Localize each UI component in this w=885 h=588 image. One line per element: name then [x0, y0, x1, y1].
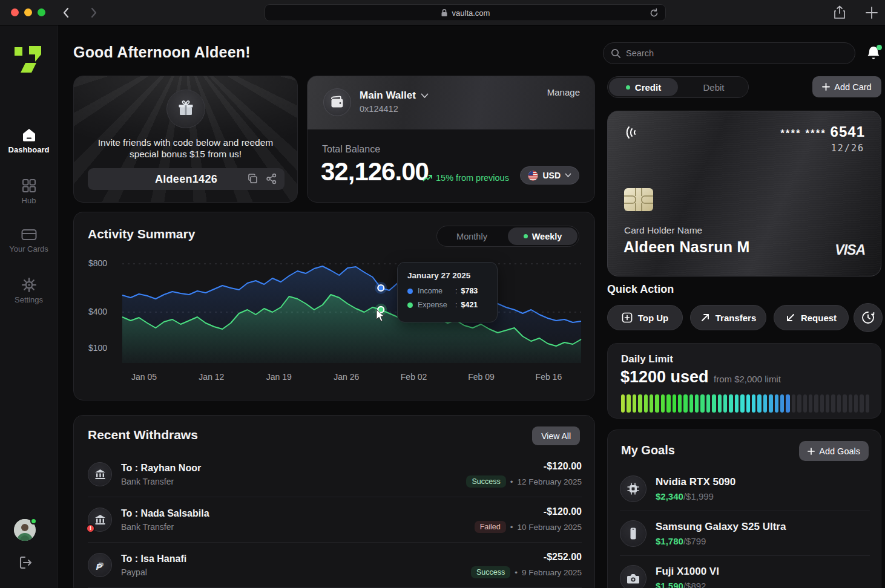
add-card-button[interactable]: Add Card: [812, 76, 881, 97]
trend-up-icon: [423, 174, 433, 182]
bank-icon-circle: !: [88, 508, 112, 532]
withdraw-row[interactable]: ! To : Nada Salsabila Bank Transfer -$12…: [88, 497, 582, 543]
monthly-tab[interactable]: Monthly: [437, 226, 507, 246]
address-bar[interactable]: vaulta.com: [265, 4, 666, 21]
withdraw-date: 9 February 2025: [522, 568, 582, 577]
goal-target: /$1,999: [683, 491, 714, 501]
camera-icon-circle: [620, 565, 646, 588]
credit-card-visual[interactable]: **** **** 6541 12/26 Card Holder Name Al…: [607, 111, 881, 276]
currency-select[interactable]: USD: [520, 166, 579, 185]
limit-segment: [695, 394, 699, 413]
history-button[interactable]: [854, 303, 883, 332]
sidebar-item-hub[interactable]: Hub: [0, 178, 58, 205]
sidebar-item-your-cards[interactable]: Your Cards: [0, 227, 58, 253]
minimize-window-button[interactable]: [24, 8, 32, 16]
limit-segment: [740, 394, 744, 413]
sidebar-item-label: Hub: [0, 196, 58, 205]
daily-limit-card: Daily Limit $1200 used from $2,000 limit: [607, 343, 881, 419]
paypal-icon-circle: PP: [88, 553, 112, 577]
search-icon: [611, 48, 621, 59]
svg-text:P: P: [96, 561, 102, 570]
arrow-up-right-icon: [700, 313, 710, 322]
activity-summary-card: Activity Summary Monthly Weekly January …: [73, 212, 595, 400]
x-axis-label: Jan 26: [334, 372, 359, 382]
limit-segment: [718, 394, 722, 413]
recent-withdraws-card: Recent Withdraws View All To : Rayhan No…: [73, 415, 595, 588]
gift-icon-circle: [166, 90, 205, 128]
reload-icon[interactable]: [649, 8, 659, 18]
request-label: Request: [801, 313, 837, 323]
wallet-icon-circle: [323, 88, 351, 116]
zoom-window-button[interactable]: [38, 8, 45, 16]
period-toggle: Monthly Weekly: [436, 226, 579, 247]
limit-segment: [735, 394, 739, 413]
wallet-name-select[interactable]: Main Wallet: [360, 90, 429, 102]
limit-segment: [689, 394, 693, 413]
withdraw-name: To : Isa Hanafi: [121, 554, 186, 564]
withdraw-row[interactable]: To : Rayhan Noor Bank Transfer -$120.00 …: [88, 452, 582, 497]
copy-icon[interactable]: [247, 173, 258, 185]
goal-row[interactable]: Fuji X1000 VI $1,590/$892: [620, 556, 870, 588]
limit-segment: [752, 394, 755, 413]
limit-segment: [666, 394, 670, 413]
withdraw-row[interactable]: PP To : Isa Hanafi Paypal -$252.00 Succe…: [88, 543, 582, 588]
goal-name: Samsung Galaxy S25 Ultra: [656, 521, 786, 533]
new-tab-icon[interactable]: [864, 5, 879, 21]
add-card-label: Add Card: [834, 82, 871, 92]
goal-saved: $2,340: [656, 491, 683, 501]
debit-tab[interactable]: Debit: [679, 77, 748, 97]
limit-segment: [712, 394, 716, 413]
invite-line2: special bonus $15 from us!: [74, 148, 297, 160]
currency-code: USD: [542, 171, 561, 180]
back-icon[interactable]: [59, 5, 74, 20]
search-bar[interactable]: [603, 42, 855, 64]
goal-row[interactable]: Samsung Galaxy S25 Ultra $1,780/$799: [620, 511, 870, 556]
view-all-button[interactable]: View All: [532, 426, 580, 445]
goal-saved: $1,780: [656, 536, 683, 546]
manage-link[interactable]: Manage: [547, 87, 580, 97]
top-up-button[interactable]: Top Up: [607, 305, 683, 330]
goal-saved: $1,590: [656, 581, 683, 588]
logout-icon[interactable]: [18, 555, 33, 570]
search-input[interactable]: [626, 48, 826, 58]
add-goals-label: Add Goals: [819, 446, 860, 456]
close-window-button[interactable]: [11, 8, 19, 16]
sidebar-item-settings[interactable]: Settings: [0, 277, 58, 304]
share-icon[interactable]: [832, 5, 847, 21]
us-flag-icon: [528, 171, 538, 181]
x-axis-label: Feb 02: [401, 372, 427, 382]
contactless-icon: [623, 123, 642, 142]
error-badge-icon: !: [86, 524, 95, 533]
goals-list: Nvidia RTX 5090 $2,340/$1,999 Samsung Ga…: [620, 466, 870, 588]
limit-segment: [843, 394, 846, 413]
page-title: Good Afternoon Aldeen!: [73, 44, 251, 61]
limit-segment: [866, 394, 869, 413]
goal-row[interactable]: Nvidia RTX 5090 $2,340/$1,999: [620, 466, 870, 511]
credit-tab[interactable]: Credit: [609, 78, 678, 96]
request-button[interactable]: Request: [774, 305, 849, 330]
invite-card: Invite friends with code below and reede…: [73, 76, 298, 203]
activity-chart[interactable]: January 27 2025 Income :$783 Expense :$4…: [74, 256, 596, 398]
limit-segment: [826, 394, 829, 413]
expense-dot-icon: [407, 302, 413, 308]
emv-chip-icon: [623, 188, 654, 212]
referral-code-field[interactable]: Aldeen1426: [88, 168, 285, 190]
transfers-button[interactable]: Transfers: [690, 305, 766, 330]
sidebar-item-dashboard[interactable]: Dashboard: [0, 127, 58, 154]
weekly-label: Weekly: [532, 232, 562, 241]
my-goals-card: My Goals Add Goals Nvidia RTX 5090 $2,34…: [607, 430, 881, 588]
tooltip-income-value: $783: [461, 287, 478, 295]
tooltip-expense-value: $421: [461, 301, 478, 309]
smartphone-icon: [627, 527, 639, 540]
wallet-icon: [330, 96, 344, 109]
limit-segment: [633, 394, 636, 413]
limit-segment: [706, 394, 710, 413]
weekly-tab[interactable]: Weekly: [508, 227, 577, 245]
share-code-icon[interactable]: [266, 173, 277, 185]
card-expiry: 12/26: [831, 143, 864, 154]
forward-icon[interactable]: [86, 5, 100, 20]
gpu-chip-icon: [627, 482, 640, 495]
add-goals-button[interactable]: Add Goals: [799, 441, 869, 461]
withdraw-amount: -$120.00: [466, 461, 582, 472]
notifications-button[interactable]: [866, 45, 883, 62]
